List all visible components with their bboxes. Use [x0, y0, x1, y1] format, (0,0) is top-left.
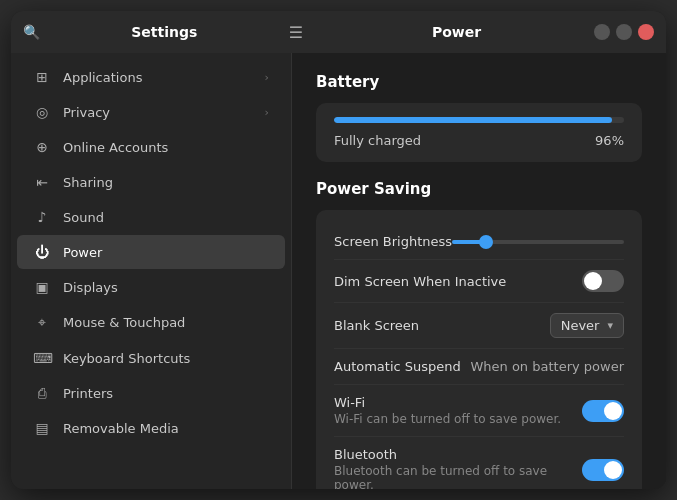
sidebar-label-privacy: Privacy [63, 105, 110, 120]
auto-suspend-label: Automatic Suspend [334, 359, 461, 374]
sidebar-item-removable-media[interactable]: ▤ Removable Media [17, 411, 285, 445]
wifi-toggle-knob [604, 402, 622, 420]
setting-row-auto-suspend: Automatic Suspend When on battery power [334, 349, 624, 385]
settings-title: Settings [50, 24, 279, 40]
setting-row-blank-screen: Blank Screen Never ▾ [334, 303, 624, 349]
screen-brightness-label: Screen Brightness [334, 234, 452, 249]
main-panel: Battery Fully charged 96% Power Saving S… [291, 53, 666, 489]
privacy-icon: ◎ [33, 104, 51, 120]
chevron-icon-privacy: › [265, 106, 269, 119]
titlebar: 🔍 Settings ☰ Power – ⤢ ✕ [11, 11, 666, 53]
setting-row-wifi: Wi-Fi Wi-Fi can be turned off to save po… [334, 385, 624, 437]
bluetooth-toggle-knob [604, 461, 622, 479]
brightness-slider-thumb[interactable] [479, 235, 493, 249]
battery-card: Fully charged 96% [316, 103, 642, 162]
power-saving-card: Screen Brightness Dim Screen When Inacti… [316, 210, 642, 489]
setting-row-dim-screen: Dim Screen When Inactive [334, 260, 624, 303]
toggle-knob [584, 272, 602, 290]
hamburger-icon[interactable]: ☰ [289, 23, 303, 42]
panel-title: Power [319, 24, 594, 40]
power-saving-section-title: Power Saving [316, 180, 642, 198]
battery-bar-fill [334, 117, 612, 123]
brightness-slider-container[interactable] [452, 240, 624, 244]
wifi-sublabel: Wi-Fi can be turned off to save power. [334, 412, 561, 426]
minimize-button[interactable]: – [594, 24, 610, 40]
bluetooth-label-group: Bluetooth Bluetooth can be turned off to… [334, 447, 582, 489]
sharing-icon: ⇤ [33, 174, 51, 190]
sidebar-label-online-accounts: Online Accounts [63, 140, 168, 155]
blank-screen-value: Never [561, 318, 600, 333]
sidebar-label-removable-media: Removable Media [63, 421, 179, 436]
sidebar-header: 🔍 Settings ☰ [23, 23, 303, 42]
setting-row-bluetooth: Bluetooth Bluetooth can be turned off to… [334, 437, 624, 489]
sidebar-label-keyboard: Keyboard Shortcuts [63, 351, 190, 366]
sidebar-item-privacy[interactable]: ◎ Privacy › [17, 95, 285, 129]
sidebar-label-sound: Sound [63, 210, 104, 225]
settings-window: 🔍 Settings ☰ Power – ⤢ ✕ ⊞ Applications … [11, 11, 666, 489]
battery-percent: 96% [595, 133, 624, 148]
power-icon: ⏻ [33, 244, 51, 260]
panel-header: Power – ⤢ ✕ [303, 24, 654, 40]
content-area: ⊞ Applications › ◎ Privacy › ⊕ Online Ac… [11, 53, 666, 489]
restore-button[interactable]: ⤢ [616, 24, 632, 40]
battery-section-title: Battery [316, 73, 642, 91]
sidebar-label-displays: Displays [63, 280, 118, 295]
sidebar-item-applications[interactable]: ⊞ Applications › [17, 60, 285, 94]
dim-screen-toggle[interactable] [582, 270, 624, 292]
applications-icon: ⊞ [33, 69, 51, 85]
online-accounts-icon: ⊕ [33, 139, 51, 155]
sidebar-item-power[interactable]: ⏻ Power [17, 235, 285, 269]
wifi-toggle[interactable] [582, 400, 624, 422]
dropdown-arrow-icon: ▾ [607, 319, 613, 332]
setting-row-screen-brightness: Screen Brightness [334, 224, 624, 260]
sidebar-item-keyboard[interactable]: ⌨ Keyboard Shortcuts [17, 341, 285, 375]
brightness-slider-track[interactable] [452, 240, 624, 244]
wifi-label: Wi-Fi [334, 395, 561, 410]
blank-screen-dropdown[interactable]: Never ▾ [550, 313, 624, 338]
sidebar-label-printers: Printers [63, 386, 113, 401]
mouse-icon: ⌖ [33, 314, 51, 331]
chevron-icon: › [265, 71, 269, 84]
search-icon: 🔍 [23, 24, 40, 40]
bluetooth-toggle[interactable] [582, 459, 624, 481]
sidebar-item-mouse-touchpad[interactable]: ⌖ Mouse & Touchpad [17, 305, 285, 340]
battery-status-text: Fully charged [334, 133, 421, 148]
auto-suspend-value: When on battery power [470, 359, 624, 374]
close-button[interactable]: ✕ [638, 24, 654, 40]
bluetooth-sublabel: Bluetooth can be turned off to save powe… [334, 464, 582, 489]
sidebar-label-power: Power [63, 245, 102, 260]
battery-status-row: Fully charged 96% [334, 133, 624, 148]
dim-screen-label: Dim Screen When Inactive [334, 274, 506, 289]
sidebar-label-sharing: Sharing [63, 175, 113, 190]
sidebar-item-sound[interactable]: ♪ Sound [17, 200, 285, 234]
sidebar-item-displays[interactable]: ▣ Displays [17, 270, 285, 304]
sidebar-label-mouse: Mouse & Touchpad [63, 315, 185, 330]
window-controls: – ⤢ ✕ [594, 24, 654, 40]
displays-icon: ▣ [33, 279, 51, 295]
wifi-label-group: Wi-Fi Wi-Fi can be turned off to save po… [334, 395, 561, 426]
battery-bar-track [334, 117, 624, 123]
blank-screen-label: Blank Screen [334, 318, 419, 333]
sidebar-item-sharing[interactable]: ⇤ Sharing [17, 165, 285, 199]
removable-media-icon: ▤ [33, 420, 51, 436]
sound-icon: ♪ [33, 209, 51, 225]
sidebar: ⊞ Applications › ◎ Privacy › ⊕ Online Ac… [11, 53, 291, 489]
bluetooth-label: Bluetooth [334, 447, 582, 462]
sidebar-item-printers[interactable]: ⎙ Printers [17, 376, 285, 410]
sidebar-item-online-accounts[interactable]: ⊕ Online Accounts [17, 130, 285, 164]
keyboard-icon: ⌨ [33, 350, 51, 366]
printers-icon: ⎙ [33, 385, 51, 401]
sidebar-label-applications: Applications [63, 70, 142, 85]
